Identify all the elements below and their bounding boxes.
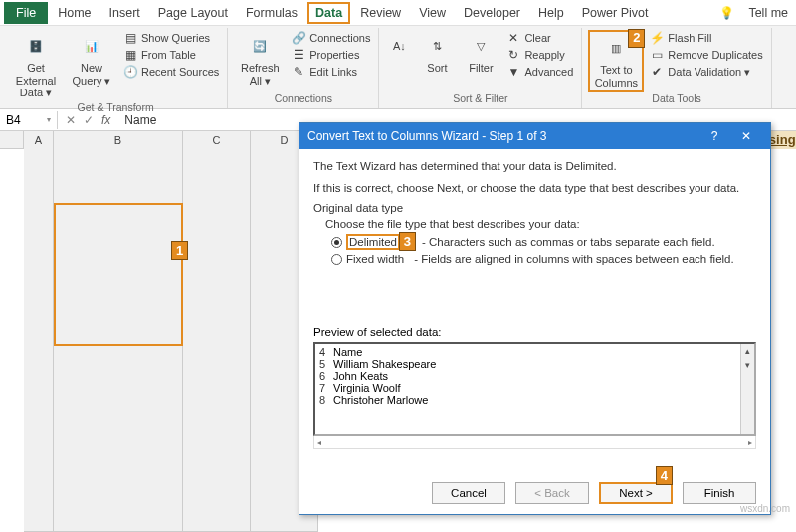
filter-icon: ▽: [467, 32, 495, 60]
tab-file[interactable]: File: [4, 2, 48, 24]
filter-button[interactable]: ▽Filter: [461, 30, 500, 77]
flash-fill-button[interactable]: ⚡Flash Fill: [648, 30, 764, 46]
group-connections: 🔄 Refresh All ▾ 🔗Connections ☰Properties…: [228, 28, 379, 108]
badge-2: 2: [628, 29, 645, 48]
scroll-down-icon[interactable]: ▾: [741, 358, 754, 372]
group-legend: Original data type: [313, 202, 756, 214]
column-header[interactable]: B: [54, 131, 183, 532]
sort-az-icon: A↓: [385, 32, 413, 60]
enter-formula-icon[interactable]: ✓: [84, 113, 94, 127]
tab-insert[interactable]: Insert: [101, 2, 148, 24]
badge-1: 1: [171, 241, 188, 260]
properties-button[interactable]: ☰Properties: [290, 47, 372, 63]
refresh-all-button[interactable]: 🔄 Refresh All ▾: [234, 30, 286, 89]
chevron-down-icon[interactable]: ▾: [47, 115, 51, 124]
text-to-columns-button[interactable]: ▥ Text to Columns 2: [588, 30, 644, 92]
database-icon: 🗄️: [22, 32, 50, 60]
preview-row: 6John Keats: [319, 370, 750, 382]
tab-review[interactable]: Review: [352, 2, 409, 24]
connections-button[interactable]: 🔗Connections: [290, 30, 372, 46]
column-header[interactable]: A: [24, 131, 54, 532]
sort-az-button[interactable]: A↓: [385, 30, 413, 64]
tab-home[interactable]: Home: [50, 2, 99, 24]
tab-view[interactable]: View: [411, 2, 454, 24]
edit-links-button[interactable]: ✎Edit Links: [290, 64, 372, 80]
group-label: Data Tools: [588, 92, 764, 106]
sort-button[interactable]: ⇅Sort: [417, 30, 457, 77]
tell-me[interactable]: Tell me: [740, 2, 796, 24]
clear-button[interactable]: ✕Clear: [504, 30, 575, 46]
wizard-intro-2: If this is correct, choose Next, or choo…: [313, 181, 756, 197]
cancel-formula-icon[interactable]: ✕: [66, 113, 76, 127]
tab-data[interactable]: Data: [307, 2, 350, 24]
flash-fill-icon: ⚡: [650, 31, 664, 45]
dialog-titlebar[interactable]: Convert Text to Columns Wizard - Step 1 …: [299, 123, 770, 149]
group-label: Sort & Filter: [385, 92, 575, 106]
refresh-icon: 🔄: [246, 32, 274, 60]
help-button[interactable]: ?: [698, 129, 730, 143]
finish-button[interactable]: Finish: [683, 482, 756, 504]
get-external-data-button[interactable]: 🗄️ Get External Data ▾: [10, 30, 62, 101]
group-sort-filter: A↓ ⇅Sort ▽Filter ✕Clear ↻Reapply ▼Advanc…: [379, 28, 582, 108]
preview-row: 4Name: [319, 346, 750, 358]
group-label: Connections: [234, 92, 372, 106]
remove-duplicates-button[interactable]: ▭Remove Duplicates: [648, 47, 764, 63]
cancel-button[interactable]: Cancel: [432, 482, 505, 504]
delimited-radio[interactable]: Delimited 3 - Characters such as commas …: [331, 234, 756, 250]
close-button[interactable]: ✕: [730, 129, 762, 143]
scrollbar-vertical[interactable]: ▴ ▾: [740, 344, 754, 434]
preview-box[interactable]: ▴ ▾ 4Name5William Shakespeare6John Keats…: [313, 342, 756, 436]
lightbulb-icon: 💡: [718, 5, 734, 21]
tab-power-pivot[interactable]: Power Pivot: [574, 2, 657, 24]
tab-developer[interactable]: Developer: [456, 2, 528, 24]
preview-row: 5William Shakespeare: [319, 358, 750, 370]
tab-page-layout[interactable]: Page Layout: [150, 2, 236, 24]
group-sublabel: Choose the file type that best describes…: [325, 218, 756, 230]
clear-icon: ✕: [506, 31, 520, 45]
radio-icon: [331, 254, 342, 265]
dialog-title: Convert Text to Columns Wizard - Step 1 …: [307, 129, 698, 143]
tab-formulas[interactable]: Formulas: [238, 2, 305, 24]
fixed-desc: - Fields are aligned in columns with spa…: [414, 253, 734, 265]
properties-icon: ☰: [292, 48, 305, 62]
delimited-desc: - Characters such as commas or tabs sepa…: [422, 236, 715, 248]
edit-links-icon: ✎: [292, 65, 305, 79]
show-queries-button[interactable]: ▤Show Queries: [121, 30, 221, 46]
radio-icon: [331, 237, 342, 248]
badge-3: 3: [399, 232, 416, 251]
reapply-button[interactable]: ↻Reapply: [504, 47, 575, 63]
fx-icon[interactable]: fx: [101, 113, 110, 127]
fixed-width-radio[interactable]: Fixed width - Fields are aligned in colu…: [331, 253, 756, 265]
preview-row: 8Christoher Marlowe: [319, 394, 750, 406]
watermark: wsxdn.com: [740, 503, 790, 514]
name-box[interactable]: B4▾: [0, 111, 58, 129]
dialog-button-row: Cancel < Back Next > 4 Finish: [432, 482, 756, 504]
next-button[interactable]: Next > 4: [599, 482, 673, 504]
group-get-transform: 🗄️ Get External Data ▾ 📊 New Query ▾ ▤Sh…: [4, 28, 228, 108]
badge-4: 4: [656, 466, 673, 485]
preview-section: Preview of selected data: ▴ ▾ 4Name5Will…: [313, 326, 756, 449]
remove-dup-icon: ▭: [650, 48, 664, 62]
ribbon: 🗄️ Get External Data ▾ 📊 New Query ▾ ▤Sh…: [0, 26, 796, 109]
scrollbar-horizontal[interactable]: ◂▸: [313, 436, 756, 449]
text-to-columns-wizard-dialog: Convert Text to Columns Wizard - Step 1 …: [298, 122, 771, 515]
data-validation-button[interactable]: ✔Data Validation ▾: [648, 64, 764, 80]
back-button[interactable]: < Back: [515, 482, 589, 504]
data-val-icon: ✔: [650, 65, 664, 79]
advanced-icon: ▼: [506, 65, 520, 79]
scroll-up-icon[interactable]: ▴: [741, 344, 754, 358]
menu-bar: File Home Insert Page Layout Formulas Da…: [0, 0, 796, 26]
table-icon: ▦: [123, 48, 137, 62]
advanced-button[interactable]: ▼Advanced: [504, 64, 575, 80]
wizard-intro-1: The Text Wizard has determined that your…: [313, 159, 756, 175]
new-query-button[interactable]: 📊 New Query ▾: [66, 30, 117, 89]
preview-label: Preview of selected data:: [313, 326, 756, 338]
preview-row: 7Virginia Woolf: [319, 382, 750, 394]
text-to-columns-icon: ▥: [602, 34, 630, 62]
recent-sources-button[interactable]: 🕘Recent Sources: [121, 64, 221, 80]
from-table-button[interactable]: ▦From Table: [121, 47, 221, 63]
column-header[interactable]: C: [183, 131, 251, 532]
new-query-icon: 📊: [78, 32, 105, 60]
tab-help[interactable]: Help: [530, 2, 572, 24]
queries-icon: ▤: [123, 31, 137, 45]
